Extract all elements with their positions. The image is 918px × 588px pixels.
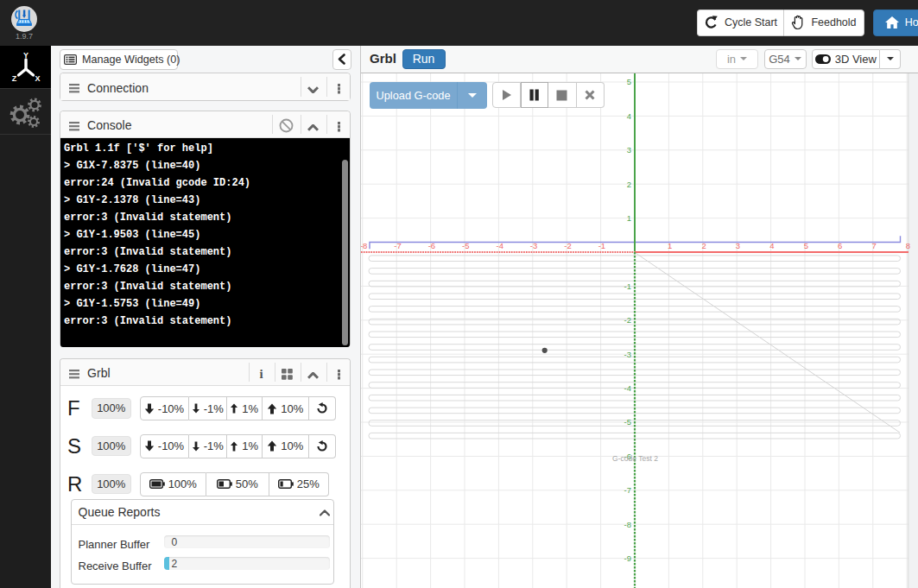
svg-text:-5: -5: [624, 417, 631, 427]
svg-text:1: 1: [668, 240, 672, 250]
svg-text:-2: -2: [564, 240, 571, 250]
svg-text:Y: Y: [23, 51, 28, 60]
svg-text:-2: -2: [624, 315, 631, 325]
svg-text:-8: -8: [624, 519, 631, 528]
svg-text:3: 3: [627, 145, 631, 155]
svg-text:-6: -6: [428, 240, 435, 250]
svg-text:-3: -3: [530, 240, 537, 250]
svg-text:5: 5: [804, 240, 808, 250]
svg-text:-9: -9: [624, 553, 631, 563]
svg-text:-4: -4: [624, 383, 631, 393]
svg-text:4: 4: [769, 240, 774, 250]
svg-text:X: X: [35, 74, 40, 83]
svg-text:-1: -1: [624, 281, 631, 290]
svg-text:-5: -5: [462, 240, 469, 250]
svg-text:4: 4: [627, 111, 631, 120]
svg-text:-7: -7: [394, 240, 401, 250]
svg-text:7: 7: [871, 240, 876, 250]
svg-text:G-code Test 2: G-code Test 2: [612, 453, 658, 462]
svg-text:2: 2: [701, 240, 706, 250]
svg-text:1: 1: [627, 213, 631, 223]
svg-text:8: 8: [906, 240, 910, 250]
svg-text:5: 5: [627, 77, 631, 86]
svg-text:-3: -3: [624, 349, 631, 358]
svg-text:-4: -4: [496, 240, 503, 250]
svg-text:-1: -1: [598, 240, 605, 250]
svg-text:6: 6: [838, 240, 842, 250]
svg-text:-7: -7: [624, 485, 631, 495]
svg-text:2: 2: [627, 179, 631, 188]
svg-text:Z: Z: [12, 74, 17, 83]
svg-text:3: 3: [736, 240, 740, 250]
svg-text:-8: -8: [361, 240, 367, 250]
